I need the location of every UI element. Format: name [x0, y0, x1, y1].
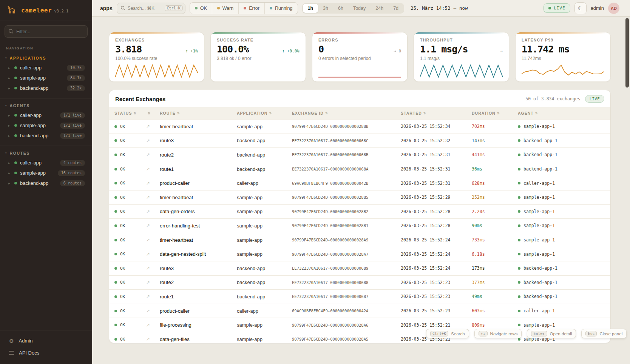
open-exchange-link[interactable]: ↗	[146, 266, 160, 271]
sidebar-item-label: backend-app	[20, 133, 57, 138]
table-row[interactable]: OK ↗ data-gen-orders sample-app 90799F47…	[109, 204, 610, 219]
time-range-button[interactable]: 24h	[371, 4, 388, 13]
card-throughput[interactable]: THROUGHPUT 1.1 msg/s → 1.1 msg/s	[414, 32, 509, 82]
time-range-button[interactable]: 7d	[388, 4, 403, 13]
external-link-icon: ↗	[146, 308, 150, 313]
table-row[interactable]: OK ↗ data-gen-nested-split sample-app 90…	[109, 247, 610, 261]
table-row[interactable]: OK ↗ route3 backend-app EE7322370A10617-…	[109, 134, 610, 148]
duration-cell: 733ms	[472, 237, 518, 243]
open-exchange-link[interactable]: ↗	[146, 138, 160, 143]
external-link-icon: ↗	[146, 209, 150, 214]
status-label: OK	[120, 266, 125, 271]
sidebar-item-application[interactable]: ▸ sample-app 84.1k	[0, 73, 92, 83]
status-filter-chip[interactable]: OK	[190, 3, 212, 14]
status-label: OK	[120, 294, 125, 299]
open-exchange-link[interactable]: ↗	[146, 280, 160, 285]
chevron-right-icon: ▸	[8, 76, 11, 80]
sidebar-item-route[interactable]: ▸ backend-app 6 routes	[0, 178, 92, 188]
sidebar-item-agent[interactable]: ▸ backend-app 1/1 live	[0, 131, 92, 141]
table-live-badge[interactable]: LIVE	[585, 95, 604, 103]
sidebar-item-agent[interactable]: ▸ sample-app 1/1 live	[0, 120, 92, 131]
status-filter-chip[interactable]: Running	[264, 3, 298, 14]
sidebar-item-api-docs[interactable]: API Docs	[0, 347, 92, 359]
section-header-routes[interactable]: ▾ ROUTES	[0, 151, 92, 158]
table-row[interactable]: OK ↗ route2 backend-app EE7322370A10617-…	[109, 275, 610, 290]
open-exchange-link[interactable]: ↗	[146, 308, 160, 313]
chevron-right-icon: ▸	[8, 124, 11, 127]
card-latency-p99[interactable]: LATENCY P99 11.742 ms 11.742ms	[515, 32, 611, 82]
section-header-agents[interactable]: ▾ AGENTS	[0, 103, 92, 110]
table-row[interactable]: OK ↗ error-handling-test sample-app 9079…	[109, 218, 610, 233]
sidebar-item-badge: 4 routes	[60, 160, 85, 166]
range-label: 1h	[308, 6, 313, 11]
open-exchange-link[interactable]: ↗	[146, 223, 160, 228]
open-exchange-link[interactable]: ↗	[146, 294, 160, 299]
external-link-icon: ↗	[146, 195, 150, 200]
avatar[interactable]: AD	[608, 3, 619, 14]
sidebar-item-route[interactable]: ▸ sample-app 16 routes	[0, 168, 92, 178]
column-header[interactable]: ⇅	[146, 112, 160, 115]
section-header-applications[interactable]: ▾ APPLICATIONS	[0, 56, 92, 63]
card-success-rate[interactable]: SUCCESS RATE 100.0% ↑ +0.0% 3.818 ok / 0…	[210, 32, 306, 82]
status-filter-chip[interactable]: Warn	[212, 3, 238, 14]
table-row[interactable]: OK ↗ timer-heartbeat sample-app 90799F47…	[109, 233, 610, 247]
open-exchange-link[interactable]: ↗	[146, 181, 160, 186]
global-search[interactable]: Search... ⌘K Ctrl+K	[117, 3, 185, 14]
column-header[interactable]: ROUTE ⇅	[160, 111, 237, 115]
column-header[interactable]: APPLICATION ⇅	[237, 111, 292, 115]
sidebar-item-route[interactable]: ▸ caller-app 4 routes	[0, 158, 92, 168]
chevron-down-icon: ▾	[5, 57, 7, 60]
open-exchange-link[interactable]: ↗	[146, 252, 160, 257]
page-scrollbar[interactable]	[625, 18, 629, 88]
column-header[interactable]: AGENT ⇅	[518, 111, 610, 115]
open-exchange-link[interactable]: ↗	[146, 124, 160, 129]
time-range-button[interactable]: 1h	[303, 4, 318, 13]
card-title: THROUGHPUT	[420, 38, 503, 42]
sidebar-item-admin[interactable]: ⚙ Admin	[0, 335, 92, 347]
table-row[interactable]: OK ↗ route3 backend-app EE7322370A10617-…	[109, 261, 610, 275]
table-row[interactable]: OK ↗ route1 backend-app EE7322370A10617-…	[109, 289, 610, 304]
open-exchange-link[interactable]: ↗	[146, 195, 160, 200]
table-row[interactable]: OK ↗ product-caller caller-app 69AC90BF8…	[109, 176, 610, 190]
delta-value: +0.0%	[287, 49, 300, 54]
agent-dot-icon	[518, 196, 520, 199]
agent-label: caller-app-1	[523, 308, 555, 313]
status-filter-chip[interactable]: Error	[238, 3, 264, 14]
column-header[interactable]: STARTED ⇅	[401, 111, 472, 115]
open-exchange-link[interactable]: ↗	[146, 336, 160, 342]
sidebar-section-agents: ▾ AGENTS ▸ caller-app 1/1 live ▸ sample-…	[0, 98, 92, 141]
card-errors[interactable]: ERRORS 0 → 0 0 errors in selected period	[312, 32, 408, 82]
time-range-button[interactable]: 6h	[333, 4, 348, 13]
table-row[interactable]: OK ↗ timer-heartbeat sample-app 90799F47…	[109, 190, 610, 204]
open-exchange-link[interactable]: ↗	[146, 166, 160, 172]
time-range-button[interactable]: 3h	[318, 4, 333, 13]
sidebar-item-label: caller-app	[20, 65, 64, 71]
ok-dot-icon	[114, 125, 117, 128]
logo[interactable]: cameleer v3.2.1	[0, 0, 92, 20]
external-link-icon: ↗	[146, 181, 150, 186]
theme-toggle[interactable]: ☾	[574, 2, 587, 14]
status-label: OK	[120, 280, 125, 285]
table-row[interactable]: OK ↗ product-caller caller-app 69AC90BF8…	[109, 304, 610, 318]
live-toggle[interactable]: LIVE	[544, 3, 570, 13]
table-row[interactable]: OK ↗ route1 backend-app EE7322370A10617-…	[109, 162, 610, 176]
filter-input[interactable]	[5, 25, 88, 38]
open-exchange-link[interactable]: ↗	[146, 152, 160, 157]
column-header[interactable]: STATUS ⇅	[114, 111, 146, 115]
column-header[interactable]: DURATION ⇅	[472, 111, 518, 115]
table-row[interactable]: OK ↗ timer-heartbeat sample-app 90799F47…	[109, 119, 610, 134]
sidebar-item-agent[interactable]: ▸ caller-app 1/1 live	[0, 110, 92, 120]
table-row[interactable]: OK ↗ route2 backend-app EE7322370A10617-…	[109, 147, 610, 162]
column-header[interactable]: EXCHANGE ID ⇅	[292, 111, 401, 115]
open-exchange-link[interactable]: ↗	[146, 237, 160, 243]
sidebar-item-application[interactable]: ▸ caller-app 10.7k	[0, 63, 92, 73]
time-range-button[interactable]: Today	[348, 4, 371, 13]
status-label: OK	[120, 337, 125, 342]
open-exchange-link[interactable]: ↗	[146, 323, 160, 328]
card-subtitle: 1.1 msg/s	[420, 56, 503, 61]
sidebar-item-application[interactable]: ▸ backend-app 32.2k	[0, 83, 92, 93]
datetime-display[interactable]: 25. März 14:52 — now	[411, 5, 468, 11]
open-exchange-link[interactable]: ↗	[146, 209, 160, 214]
card-exchanges[interactable]: EXCHANGES 3.818 ↑ +1% 100.0% success rat…	[109, 32, 204, 82]
application-cell: sample-app	[237, 209, 292, 214]
